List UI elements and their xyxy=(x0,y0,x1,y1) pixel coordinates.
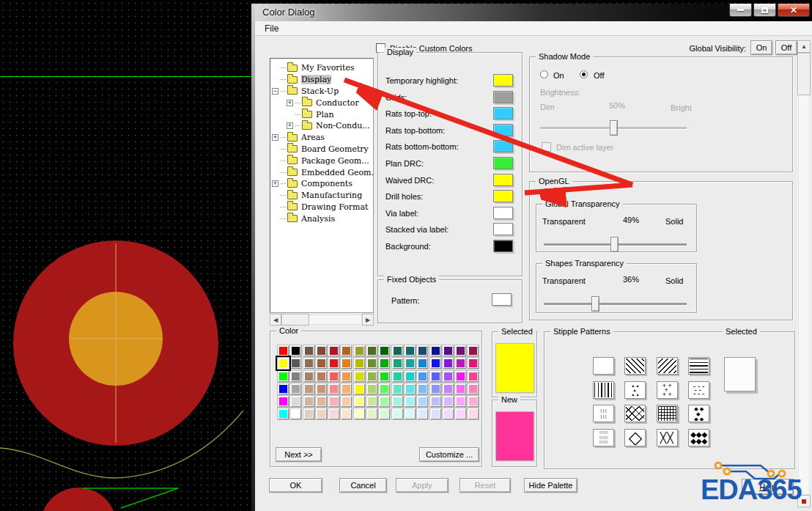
close-button[interactable]: ✕ xyxy=(778,4,810,17)
tree-item-manufacturing[interactable]: Manufacturing xyxy=(270,190,373,202)
palette-cell[interactable] xyxy=(404,383,416,395)
shapes-transparency-slider-thumb[interactable] xyxy=(591,296,599,312)
tree-item-analysis[interactable]: Analysis xyxy=(270,213,373,224)
tree-item-label[interactable]: Embedded Geom... xyxy=(301,168,374,177)
global-visibility-off-button[interactable]: Off xyxy=(775,40,797,55)
scroll-right-icon[interactable]: ▶ xyxy=(362,314,374,326)
stipple-pattern-club-diamonds-button[interactable] xyxy=(688,405,709,422)
palette-cell[interactable] xyxy=(340,395,353,408)
tree-item-my-favorites[interactable]: My Favorites xyxy=(270,62,373,74)
stipple-pattern-h-lines-button[interactable] xyxy=(688,357,709,375)
palette-cell[interactable] xyxy=(277,357,289,370)
palette-cell[interactable] xyxy=(366,370,378,383)
palette-cell[interactable] xyxy=(416,345,429,357)
palette-cell[interactable] xyxy=(416,357,429,370)
palette-cell[interactable] xyxy=(353,383,366,395)
palette-cell[interactable] xyxy=(454,383,467,395)
tree-item-label[interactable]: Package Geom... xyxy=(301,156,369,166)
palette-cell[interactable] xyxy=(429,345,442,357)
expand-icon[interactable]: + xyxy=(287,100,293,106)
hide-palette-button[interactable]: Hide Palette xyxy=(524,478,577,493)
customize-button[interactable]: Customize ... xyxy=(419,447,479,462)
maximize-button[interactable] xyxy=(753,4,776,17)
palette-cell[interactable] xyxy=(289,345,302,357)
palette-cell[interactable] xyxy=(404,408,416,420)
dialog-vertical-scrollbar[interactable]: ▲ ▼ xyxy=(797,40,811,507)
palette-cell[interactable] xyxy=(391,383,404,395)
palette-cell[interactable] xyxy=(378,357,391,370)
palette-cell[interactable] xyxy=(277,408,289,420)
palette-cell[interactable] xyxy=(303,345,315,357)
palette-cell[interactable] xyxy=(391,395,404,408)
palette-cell[interactable] xyxy=(454,370,467,383)
scroll-up-icon[interactable]: ▲ xyxy=(797,40,811,53)
rats-bottom-bottom-swatch[interactable] xyxy=(493,140,513,152)
palette-cell[interactable] xyxy=(340,357,353,370)
palette-cell[interactable] xyxy=(340,408,353,420)
tree-item-board-geometry[interactable]: Board Geometry xyxy=(270,144,373,155)
palette-cell[interactable] xyxy=(467,357,479,370)
scroll-left-icon[interactable]: ◀ xyxy=(270,314,281,326)
global-visibility-on-button[interactable]: On xyxy=(750,40,772,55)
stipple-pattern-grid-button[interactable] xyxy=(657,405,678,422)
rats-top-top-swatch[interactable] xyxy=(493,107,513,120)
palette-cell[interactable] xyxy=(277,345,289,357)
palette-cell[interactable] xyxy=(277,395,289,408)
stipple-pattern-sparse-dashes-button[interactable] xyxy=(593,405,614,422)
shapes-transparency-slider[interactable] xyxy=(544,303,687,305)
palette-cell[interactable] xyxy=(315,357,328,370)
tree-item-display[interactable]: Display xyxy=(270,74,373,86)
palette-cell[interactable] xyxy=(303,383,315,395)
palette-cell[interactable] xyxy=(467,370,479,383)
pattern-color-swatch[interactable] xyxy=(492,293,512,306)
palette-cell[interactable] xyxy=(289,370,302,383)
menu-file[interactable]: File xyxy=(261,23,282,34)
palette-cell[interactable] xyxy=(328,383,340,395)
tree-item-label[interactable]: My Favorites xyxy=(301,63,355,73)
palette-cell[interactable] xyxy=(366,357,378,370)
palette-cell[interactable] xyxy=(328,345,340,357)
tree-item-components[interactable]: +Components xyxy=(270,178,373,190)
palette-cell[interactable] xyxy=(303,408,315,420)
ok-button[interactable]: OK xyxy=(269,478,322,493)
palette-cell[interactable] xyxy=(442,345,454,357)
palette-cell[interactable] xyxy=(340,383,353,395)
palette-cell[interactable] xyxy=(416,408,429,420)
palette-cell[interactable] xyxy=(353,408,366,420)
palette-cell[interactable] xyxy=(353,395,366,408)
palette-cell[interactable] xyxy=(289,383,302,395)
palette-cell[interactable] xyxy=(442,395,454,408)
tree-item-drawing-format[interactable]: Drawing Format xyxy=(270,202,373,213)
brightness-slider-thumb[interactable] xyxy=(610,120,618,136)
palette-cell[interactable] xyxy=(454,345,467,357)
next-button[interactable]: Next >> xyxy=(276,447,322,462)
palette-cell[interactable] xyxy=(366,383,378,395)
stipple-pattern-dashes-button[interactable] xyxy=(688,381,709,399)
palette-cell[interactable] xyxy=(378,383,391,395)
palette-cell[interactable] xyxy=(366,408,378,420)
palette-cell[interactable] xyxy=(429,370,442,383)
stacked-via-label-swatch[interactable] xyxy=(493,223,513,235)
palette-cell[interactable] xyxy=(467,408,479,420)
palette-cell[interactable] xyxy=(454,357,467,370)
stipple-pattern-plus-button[interactable] xyxy=(657,381,678,399)
tree-item-embedded-geom[interactable]: Embedded Geom... xyxy=(270,166,373,178)
tree-item-label[interactable]: Manufacturing xyxy=(301,191,362,200)
tree-item-label[interactable]: Areas xyxy=(301,133,325,142)
shadow-off-radio[interactable] xyxy=(580,70,588,78)
tree-item-label[interactable]: Plan xyxy=(316,110,334,120)
palette-cell[interactable] xyxy=(467,383,479,395)
drill-holes-swatch[interactable] xyxy=(493,190,513,202)
tree-item-package-geom[interactable]: Package Geom... xyxy=(270,155,373,166)
palette-cell[interactable] xyxy=(353,357,366,370)
waived-drc-swatch[interactable] xyxy=(493,174,513,186)
palette-cell[interactable] xyxy=(391,345,404,357)
tree-item-plan[interactable]: Plan xyxy=(270,109,373,120)
collapse-icon[interactable]: − xyxy=(272,88,278,95)
palette-cell[interactable] xyxy=(442,408,454,420)
tree-item-non-condu[interactable]: +Non-Condu... xyxy=(270,120,373,132)
palette-cell[interactable] xyxy=(378,370,391,383)
palette-cell[interactable] xyxy=(315,383,328,395)
palette-cell[interactable] xyxy=(391,408,404,420)
scrollbar-thumb[interactable] xyxy=(797,53,811,95)
